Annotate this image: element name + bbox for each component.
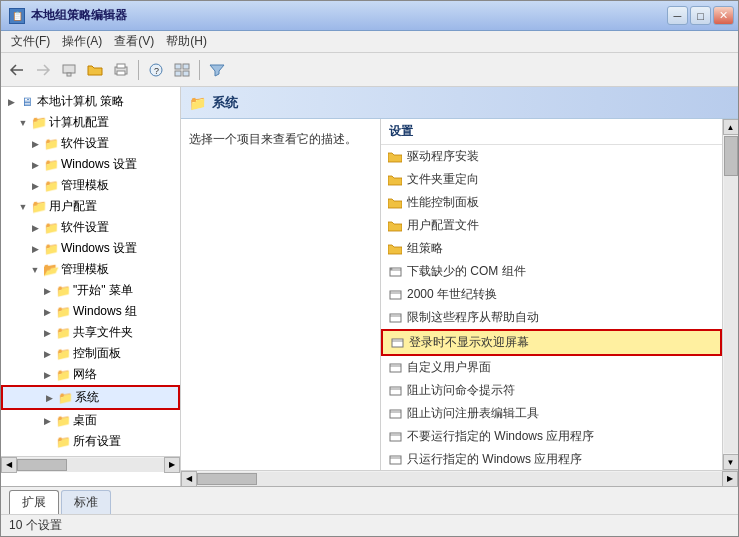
user-software-icon: 📁 [43,221,59,235]
settings-item-file-redirect[interactable]: 文件夹重定向 [381,168,722,191]
print-button[interactable] [109,58,133,82]
right-content: 选择一个项目来查看它的描述。 设置 驱动程序安装 [181,119,738,470]
scroll-thumb[interactable] [724,136,738,176]
left-scroll-left[interactable]: ◀ [1,457,17,473]
settings-item-driver[interactable]: 驱动程序安装 [381,145,722,168]
title-bar: 📋 本地组策略编辑器 ─ □ ✕ [1,1,738,31]
status-text: 10 个设置 [9,517,62,534]
expand-admin[interactable]: ▶ [29,180,41,192]
toolbar-separator-2 [199,60,200,80]
scroll-down[interactable]: ▼ [723,454,739,470]
expand-control[interactable]: ▶ [41,348,53,360]
svg-rect-19 [392,339,403,347]
tree-root-label: 本地计算机 策略 [37,93,124,110]
filter-button[interactable] [205,58,229,82]
expand-shared[interactable]: ▶ [41,327,53,339]
tree-item-network[interactable]: ▶ 📁 网络 [1,364,180,385]
tree-item-desktop[interactable]: ▶ 📁 桌面 [1,410,180,431]
tree-item-user-admin[interactable]: ▼ 📂 管理模板 [1,259,180,280]
expand-desktop[interactable]: ▶ [41,415,53,427]
settings-item-block-regedit[interactable]: 阻止访问注册表编辑工具 [381,402,722,425]
tree-item-shared-folder[interactable]: ▶ 📁 共享文件夹 [1,322,180,343]
forward-button[interactable] [31,58,55,82]
tree-item-software-settings[interactable]: ▶ 📁 软件设置 [1,133,180,154]
left-scroll-right[interactable]: ▶ [164,457,180,473]
up-button[interactable] [57,58,81,82]
h-scroll-right[interactable]: ▶ [722,471,738,487]
tree-root: ▶ 🖥 本地计算机 策略 ▼ 📁 计算机配置 ▶ 📁 软件设置 [1,87,180,456]
expand-user-admin[interactable]: ▼ [29,264,41,276]
minimize-button[interactable]: ─ [667,6,688,25]
control-icon: 📁 [55,347,71,361]
svg-text:?: ? [154,66,159,76]
expand-win-settings[interactable]: ▶ [29,159,41,171]
expand-software[interactable]: ▶ [29,138,41,150]
tree-item-system[interactable]: ▶ 📁 系统 [1,385,180,410]
win-comp-icon: 📁 [55,305,71,319]
close-button[interactable]: ✕ [713,6,734,25]
folder-button[interactable] [83,58,107,82]
menu-action[interactable]: 操作(A) [56,31,108,52]
menu-help[interactable]: 帮助(H) [160,31,213,52]
settings-item-perf[interactable]: 性能控制面板 [381,191,722,214]
expand-user-windows[interactable]: ▶ [29,243,41,255]
network-label: 网络 [73,366,97,383]
system-label: 系统 [75,389,99,406]
folder-group-policy-icon [387,241,403,257]
left-scroll-thumb[interactable] [17,459,67,471]
settings-item-limit-autostart[interactable]: 限制这些程序从帮助自动 [381,306,722,329]
svg-rect-10 [183,71,189,76]
tree-item-admin-templates[interactable]: ▶ 📁 管理模板 [1,175,180,196]
expand-root[interactable]: ▶ [5,96,17,108]
tree-item-user-config[interactable]: ▼ 📁 用户配置 [1,196,180,217]
expand-user-software[interactable]: ▶ [29,222,41,234]
computer-folder-icon: 📁 [31,116,47,130]
expand-start[interactable]: ▶ [41,285,53,297]
tab-expand[interactable]: 扩展 [9,490,59,514]
expand-win-comp[interactable]: ▶ [41,306,53,318]
tree-item-windows-comp[interactable]: ▶ 📁 Windows 组 [1,301,180,322]
settings-item-com[interactable]: ⚙ 下载缺少的 COM 组件 [381,260,722,283]
block-cmd-label: 阻止访问命令提示符 [407,382,515,399]
settings-item-user-profile[interactable]: 用户配置文件 [381,214,722,237]
h-scroll-left[interactable]: ◀ [181,471,197,487]
folder-file-icon [387,172,403,188]
svg-rect-1 [67,73,71,76]
settings-item-group-policy[interactable]: 组策略 [381,237,722,260]
print-icon [113,63,129,77]
expand-computer[interactable]: ▼ [17,117,29,129]
menu-file[interactable]: 文件(F) [5,31,56,52]
settings-item-only-run[interactable]: 只运行指定的 Windows 应用程序 [381,448,722,470]
settings-item-no-run[interactable]: 不要运行指定的 Windows 应用程序 [381,425,722,448]
expand-system[interactable]: ▶ [43,392,55,404]
tree-item-user-software[interactable]: ▶ 📁 软件设置 [1,217,180,238]
help-button[interactable]: ? [144,58,168,82]
description-text: 选择一个项目来查看它的描述。 [189,132,357,146]
tree-item-control-panel[interactable]: ▶ 📁 控制面板 [1,343,180,364]
tree-item-root[interactable]: ▶ 🖥 本地计算机 策略 [1,91,180,112]
grid-button[interactable] [170,58,194,82]
tree-item-computer-config[interactable]: ▼ 📁 计算机配置 [1,112,180,133]
tree-item-start-menu[interactable]: ▶ 📁 "开始" 菜单 [1,280,180,301]
expand-user[interactable]: ▼ [17,201,29,213]
maximize-button[interactable]: □ [690,6,711,25]
settings-item-y2k[interactable]: 2000 年世纪转换 [381,283,722,306]
tree-item-windows-settings[interactable]: ▶ 📁 Windows 设置 [1,154,180,175]
tab-standard[interactable]: 标准 [61,490,111,514]
settings-item-no-welcome[interactable]: 登录时不显示欢迎屏幕 [381,329,722,356]
y2k-label: 2000 年世纪转换 [407,286,497,303]
left-scroll-track [17,458,164,472]
settings-item-custom-ui[interactable]: 自定义用户界面 [381,356,722,379]
tree-item-user-windows[interactable]: ▶ 📁 Windows 设置 [1,238,180,259]
h-scroll-thumb[interactable] [197,473,257,485]
settings-item-block-cmd[interactable]: 阻止访问命令提示符 [381,379,722,402]
folder-icon [87,63,103,77]
tree-item-all-settings[interactable]: ▶ 📁 所有设置 [1,431,180,452]
scroll-up[interactable]: ▲ [723,119,739,135]
back-button[interactable] [5,58,29,82]
gear-block-cmd-icon [387,383,403,399]
expand-network[interactable]: ▶ [41,369,53,381]
group-policy-label: 组策略 [407,240,443,257]
root-folder-icon: 🖥 [19,95,35,109]
menu-view[interactable]: 查看(V) [108,31,160,52]
